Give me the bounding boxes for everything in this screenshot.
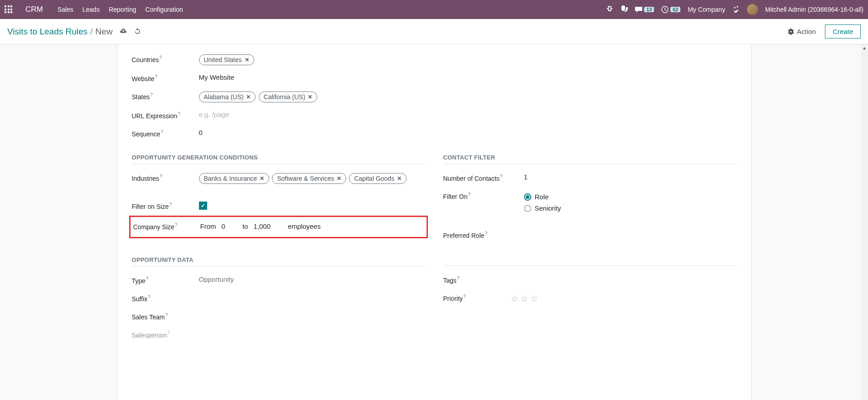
app-brand[interactable]: CRM — [25, 5, 43, 14]
website-label: Website? — [132, 72, 199, 82]
sales-team-field[interactable] — [199, 310, 425, 312]
countries-field[interactable]: United States✕ — [199, 53, 425, 66]
size-from-text: From — [200, 222, 216, 230]
breadcrumb-current: New — [95, 27, 112, 37]
tags-field[interactable] — [510, 273, 737, 275]
section-conditions: OPPORTUNITY GENERATION CONDITIONS — [132, 154, 425, 164]
num-contacts-field[interactable]: 1 — [524, 171, 737, 181]
create-button[interactable]: Create — [825, 24, 861, 39]
activities-count: 62 — [670, 7, 680, 12]
nav-leads[interactable]: Leads — [82, 6, 100, 13]
priority-label: Priority? — [443, 291, 510, 302]
tag-industry[interactable]: Banks & Insurance✕ — [199, 173, 270, 184]
preferred-role-field[interactable] — [524, 228, 737, 230]
breadcrumb-parent[interactable]: Visits to Leads Rules — [7, 27, 87, 37]
preferred-role-label: Preferred Role? — [443, 228, 524, 239]
priority-stars[interactable]: ☆ ☆ ☆ — [510, 291, 737, 304]
apps-grid-icon[interactable] — [5, 5, 13, 14]
activities-icon[interactable]: 62 — [661, 6, 680, 13]
user-avatar[interactable] — [747, 4, 758, 15]
tag-industry[interactable]: Capital Goods✕ — [349, 173, 407, 184]
close-icon[interactable]: ✕ — [308, 94, 312, 100]
filter-size-checkbox[interactable]: ✓ — [199, 202, 207, 210]
states-field[interactable]: Alabama (US)✕ California (US)✕ — [199, 90, 425, 103]
bug-icon[interactable] — [606, 5, 613, 14]
discard-icon[interactable] — [134, 28, 141, 36]
sequence-field[interactable]: 0 — [199, 127, 425, 136]
sequence-label: Sequence? — [132, 127, 199, 138]
industries-label: Industries? — [132, 171, 199, 182]
close-icon[interactable]: ✕ — [246, 94, 251, 100]
industries-field[interactable]: Banks & Insurance✕ Software & Services✕ … — [199, 171, 425, 185]
breadcrumb-separator: / — [90, 27, 92, 37]
filter-size-label: Filter on Size? — [132, 199, 199, 210]
nav-reporting[interactable]: Reporting — [109, 6, 136, 13]
company-name[interactable]: My Company — [688, 6, 725, 13]
website-field[interactable]: My Website — [199, 72, 425, 81]
size-unit: employees — [288, 222, 321, 230]
nav-configuration[interactable]: Configuration — [145, 6, 183, 13]
breadcrumb-bar: Visits to Leads Rules / New Action Creat… — [0, 19, 868, 44]
scroll-up-icon[interactable]: ▲ — [861, 44, 868, 52]
messages-count: 13 — [644, 7, 654, 12]
tag-state[interactable]: California (US)✕ — [259, 92, 318, 102]
highlight-box: Company Size? From 0 to 1,000 employees — [129, 216, 428, 238]
nav-sales[interactable]: Sales — [58, 6, 73, 13]
star-icon[interactable]: ☆ — [520, 293, 529, 304]
tags-label: Tags? — [443, 273, 510, 284]
close-icon[interactable]: ✕ — [245, 57, 249, 63]
type-field[interactable]: Opportunity — [199, 274, 425, 283]
salesperson-label: Salesperson? — [132, 328, 199, 339]
messages-icon[interactable]: 13 — [635, 6, 654, 13]
close-icon[interactable]: ✕ — [337, 175, 341, 182]
support-icon[interactable] — [621, 5, 628, 14]
tools-icon[interactable] — [732, 5, 740, 14]
star-icon[interactable]: ☆ — [530, 293, 538, 304]
close-icon[interactable]: ✕ — [260, 175, 264, 182]
radio-role[interactable]: Role — [524, 191, 737, 202]
form-sheet: Countries? United States✕ Website? My We… — [117, 44, 752, 400]
section-opp-data: OPPORTUNITY DATA — [132, 256, 425, 266]
action-button[interactable]: Action — [788, 28, 816, 35]
url-expression-label: URL Expression? — [132, 109, 199, 120]
top-navbar: CRM Sales Leads Reporting Configuration … — [0, 0, 868, 19]
filter-on-label: Filter On? — [443, 189, 524, 200]
cloud-save-icon[interactable] — [120, 28, 127, 35]
tag-state[interactable]: Alabama (US)✕ — [199, 92, 256, 102]
type-label: Type? — [132, 274, 199, 284]
suffix-field[interactable] — [199, 292, 425, 294]
star-icon[interactable]: ☆ — [510, 293, 519, 304]
close-icon[interactable]: ✕ — [397, 175, 402, 182]
num-contacts-label: Number of Contacts? — [443, 171, 524, 182]
radio-seniority[interactable]: Seniority — [524, 202, 737, 214]
user-name[interactable]: Mitchell Admin (20366964-16-0-all) — [765, 6, 863, 13]
size-to-input[interactable]: 1,000 — [253, 222, 271, 230]
suffix-label: Suffix? — [132, 292, 199, 303]
tag-industry[interactable]: Software & Services✕ — [272, 173, 346, 184]
tag-country[interactable]: United States✕ — [199, 54, 254, 65]
states-label: States? — [132, 90, 199, 101]
size-to-text: to — [242, 222, 248, 230]
size-from-input[interactable]: 0 — [222, 222, 225, 230]
company-size-label: Company Size? — [133, 221, 200, 231]
url-expression-field[interactable]: e.g. /page — [199, 109, 425, 118]
section-contact-filter: CONTACT FILTER — [443, 154, 737, 164]
sales-team-label: Sales Team? — [132, 310, 199, 321]
scrollbar[interactable]: ▲ — [861, 44, 868, 400]
countries-label: Countries? — [132, 53, 199, 63]
